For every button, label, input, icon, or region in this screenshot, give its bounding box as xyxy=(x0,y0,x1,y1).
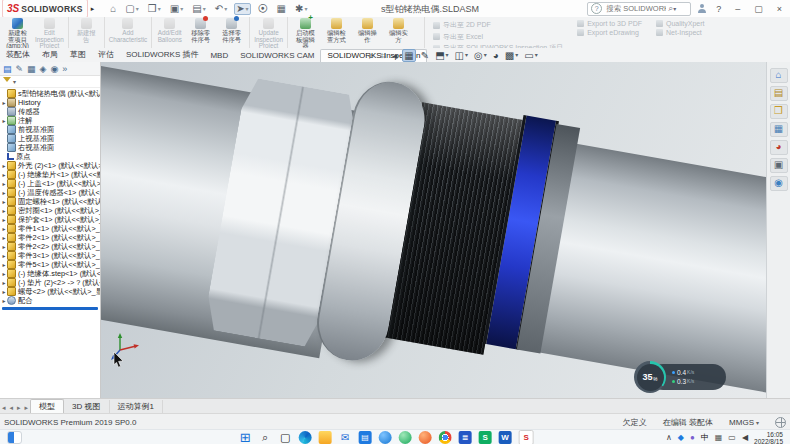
tree-item[interactable]: 注解 xyxy=(1,116,100,125)
tree-item[interactable]: 零件1<1> (默认<<默认>_显示状态 xyxy=(1,224,100,233)
tree-item[interactable]: 零件5<1> (默认<<默认>_显示状态 xyxy=(1,260,100,269)
zoom-area-icon[interactable]: ⌗ xyxy=(380,50,388,61)
add-edit-balloons-button[interactable]: Add/Edit Balloons xyxy=(151,17,185,48)
custom-properties-icon[interactable]: ▣ xyxy=(770,158,788,173)
tree-item[interactable]: History xyxy=(1,98,100,107)
tray-app-icon[interactable]: ● xyxy=(690,433,695,443)
tree-item[interactable]: 前视基准面 xyxy=(1,125,100,134)
tree-item[interactable]: 配合 xyxy=(1,296,100,305)
tree-item[interactable]: 零件3<1> (默认<<默认>_显示状态 xyxy=(1,251,100,260)
close-button[interactable]: × xyxy=(773,4,786,14)
app-green-circle-icon[interactable] xyxy=(399,431,412,444)
displaymanager-tab-icon[interactable]: ◉ xyxy=(51,64,59,74)
app-blue-tile-icon[interactable]: ≣ xyxy=(459,431,472,444)
tree-item[interactable]: (-) 上盖<1> (默认<<默认>_显示状 xyxy=(1,179,100,188)
search-scope-caret-icon[interactable]: ▾ xyxy=(673,5,676,12)
edit-appearance-icon[interactable]: ◕ xyxy=(492,50,500,61)
start-button[interactable]: ⊞ xyxy=(239,431,252,444)
help-button[interactable]: ? xyxy=(712,4,725,14)
ime-icon[interactable]: ▦ xyxy=(715,433,723,443)
print-icon[interactable]: ▤ xyxy=(190,3,207,15)
widgets-icon[interactable] xyxy=(7,431,22,444)
mail-icon[interactable]: ✉ xyxy=(339,431,352,444)
tree-item[interactable]: 传感器 xyxy=(1,107,100,116)
search-input[interactable] xyxy=(604,3,668,14)
graphics-area[interactable]: 0.4 K/s 0.3 K/s 35% xyxy=(101,62,766,398)
tab-sketch[interactable]: 草图 xyxy=(64,48,92,62)
tree-filter-bar[interactable]: ▾ xyxy=(0,76,100,88)
display-style-icon[interactable]: ◫ xyxy=(454,50,469,61)
previous-view-icon[interactable]: ◂ xyxy=(391,50,398,61)
rollback-bar[interactable] xyxy=(2,307,98,310)
file-explorer-icon[interactable]: ❒ xyxy=(770,104,788,119)
edit-inspection-project-button[interactable]: Edit Inspection Project xyxy=(33,17,66,48)
app-green-s-icon[interactable]: S xyxy=(479,431,492,444)
tab-cam[interactable]: SOLIDWORKS CAM xyxy=(234,50,320,62)
view-settings-icon[interactable]: ▭ xyxy=(523,50,538,61)
annotation-view-icon[interactable]: ✎ xyxy=(420,50,430,61)
3d-views-tab[interactable]: 3D 视图 xyxy=(64,400,109,414)
taskbar-search-icon[interactable]: ⌕ xyxy=(259,431,272,444)
tree-item[interactable]: 上视基准面 xyxy=(1,134,100,143)
input-mode-indicator[interactable]: 中 xyxy=(701,433,709,443)
tab-evaluate[interactable]: 评估 xyxy=(92,48,120,62)
design-library-icon[interactable]: ▤ xyxy=(770,86,788,101)
apply-scene-icon[interactable]: ▩ xyxy=(504,50,519,61)
open-document-icon[interactable]: ❒ xyxy=(146,3,163,15)
motion-study-tab[interactable]: 运动算例1 xyxy=(110,400,163,414)
remove-balloons-button[interactable]: 移除零 件序号 xyxy=(185,17,216,48)
configurationmanager-tab-icon[interactable]: ▦ xyxy=(27,64,36,74)
performance-icon[interactable]: ⦿ xyxy=(256,3,270,15)
tree-item[interactable]: 保护套<1> (默认<<默认>_显示状 xyxy=(1,215,100,224)
appearances-icon[interactable]: ◕ xyxy=(770,140,788,155)
view-palette-icon[interactable]: ▦ xyxy=(770,122,788,137)
new-document-icon[interactable]: ▢ xyxy=(123,3,140,15)
tray-security-icon[interactable]: ◆ xyxy=(678,433,684,443)
tree-item[interactable]: 外壳 (2)<1> (默认<<默认>_显示状 xyxy=(1,161,100,170)
tab-layout[interactable]: 布局 xyxy=(36,48,64,62)
performance-overlay-widget[interactable]: 0.4 K/s 0.3 K/s 35% xyxy=(634,360,726,394)
quick-tips-icon[interactable] xyxy=(775,417,786,428)
tree-item[interactable]: 固定螺栓<1> (默认<<默认>_显示 xyxy=(1,197,100,206)
new-inspection-project-button[interactable]: 新建检 查项目 (amp;N) xyxy=(2,17,33,48)
tree-item[interactable]: (-) 温度传感器<1> (默认<<默认>_ xyxy=(1,188,100,197)
edge-icon[interactable] xyxy=(299,431,312,444)
tree-item[interactable]: (-) 绝缘体.step<1> (默认<<默认>_ xyxy=(1,269,100,278)
tree-item[interactable]: s型铂铑热电偶 (默认<默认_显示状态-1 xyxy=(1,89,100,98)
edit-operation-button[interactable]: 编辑操 作 xyxy=(352,17,383,48)
new-report-button[interactable]: 新建报 告 xyxy=(68,17,102,48)
model-tab[interactable]: 模型 xyxy=(30,399,64,414)
login-user-icon[interactable] xyxy=(697,4,706,13)
template-editor-button[interactable]: 启动模 板编辑 器 xyxy=(287,17,321,48)
store-icon[interactable]: ▤ xyxy=(359,431,372,444)
task-view-icon[interactable]: ▢ xyxy=(279,431,292,444)
tree-item[interactable]: 零件2<2> (默认<<默认>_显示状态 xyxy=(1,242,100,251)
solidworks-taskbar-icon[interactable]: S xyxy=(519,430,534,444)
help-search-box[interactable]: ? ⌕ ▾ xyxy=(587,2,691,16)
save-icon[interactable]: ▣ xyxy=(168,3,185,15)
restore-button[interactable]: ▢ xyxy=(750,4,767,14)
tree-item[interactable]: 原点 xyxy=(1,152,100,161)
tree-item[interactable]: 零件2<1> (默认<<默认>_显示状态 xyxy=(1,233,100,242)
menu-expand-icon[interactable]: ▸ xyxy=(91,5,95,13)
tree-item[interactable]: 密封圈<1> (默认<<默认>_显示状 xyxy=(1,206,100,215)
tree-item[interactable]: (-) 垫片 (2)<2> -> ? (默认<<默认> xyxy=(1,278,100,287)
select-cursor-icon[interactable]: ➤ xyxy=(234,3,250,15)
word-icon[interactable]: W xyxy=(499,431,512,444)
edit-inspection-method-button[interactable]: 编辑检 查方式 xyxy=(321,17,352,48)
featuremanager-tab-icon[interactable]: ▤ xyxy=(3,64,12,74)
home-icon[interactable]: ⌂ xyxy=(108,3,118,15)
display-cast-icon[interactable]: ▭ xyxy=(728,433,736,443)
undo-icon[interactable]: ↶ xyxy=(213,3,229,15)
dimxpertmanager-tab-icon[interactable]: ◈ xyxy=(40,64,47,74)
minimize-button[interactable]: – xyxy=(731,4,744,14)
tree-item[interactable]: 螺母<2> (默认<<默认>_显示状态 xyxy=(1,287,100,296)
add-characteristic-button[interactable]: Add Characteristic xyxy=(104,17,150,48)
taskbar-clock[interactable]: 16:05 2022/8/15 xyxy=(754,431,786,444)
rebuild-icon[interactable]: ▦ xyxy=(275,3,288,15)
volume-icon[interactable]: ◀ xyxy=(742,433,748,443)
tab-assembly[interactable]: 装配体 xyxy=(0,48,36,62)
propertymanager-tab-icon[interactable]: ✎ xyxy=(16,64,24,74)
tree-item[interactable]: 右视基准面 xyxy=(1,143,100,152)
resources-home-icon[interactable]: ⌂ xyxy=(770,68,788,83)
